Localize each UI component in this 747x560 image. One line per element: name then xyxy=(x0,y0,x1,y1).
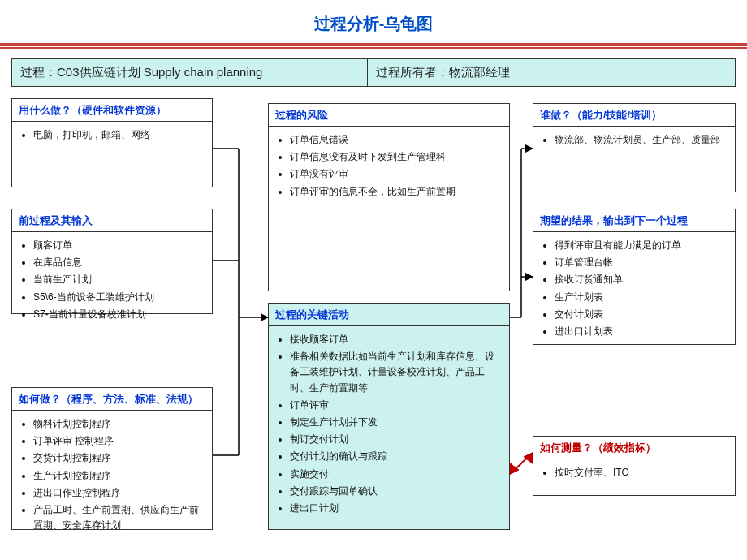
list-item: 制定生产计划并下发 xyxy=(290,414,503,431)
box-who: 谁做？（能力/技能/培训） 物流部、物流计划员、生产部、质量部 xyxy=(533,103,736,192)
list-item: 产品工时、生产前置期、供应商生产前置期、安全库存计划 xyxy=(33,502,205,534)
box-resources: 用什么做？（硬件和软件资源） 电脑，打印机，邮箱、网络 xyxy=(11,98,213,187)
list-item: 订单没有评审 xyxy=(290,166,503,183)
box-key-activities: 过程的关键活动 接收顾客订单准备相关数据比如当前生产计划和库存信息、设备工装维护… xyxy=(268,303,510,530)
page-title: 过程分析-乌龟图 xyxy=(0,0,747,45)
list-item: 接收订货通知单 xyxy=(555,271,728,288)
box-who-list: 物流部、物流计划员、生产部、质量部 xyxy=(533,127,735,155)
box-resources-list: 电脑，打印机，邮箱、网络 xyxy=(12,122,212,150)
list-item: 订单信息错误 xyxy=(290,131,503,149)
box-how-list: 物料计划控制程序订单评审 控制程序交货计划控制程序生产计划控制程序进出口作业控制… xyxy=(12,411,212,541)
box-output: 期望的结果，输出到下一个过程 得到评审且有能力满足的订单订单管理台帐接收订货通知… xyxy=(533,209,736,345)
box-output-list: 得到评审且有能力满足的订单订单管理台帐接收订货通知单生产计划表交付计划表进出口计… xyxy=(533,232,735,347)
list-item: 得到评审且有能力满足的订单 xyxy=(555,237,728,254)
list-item: 生产计划表 xyxy=(555,289,728,306)
box-who-title: 谁做？（能力/技能/培训） xyxy=(533,104,735,126)
owner-cell: 过程所有者：物流部经理 xyxy=(368,59,735,86)
box-inputs-list: 顾客订单在库品信息当前生产计划S5\6-当前设备工装维护计划S7-当前计量设备校… xyxy=(12,232,212,330)
list-item: 当前生产计划 xyxy=(33,271,205,288)
box-inputs: 前过程及其输入 顾客订单在库品信息当前生产计划S5\6-当前设备工装维护计划S7… xyxy=(11,209,213,314)
list-item: 交付计划表 xyxy=(555,306,728,323)
box-output-title: 期望的结果，输出到下一个过程 xyxy=(533,209,735,231)
box-key-title: 过程的关键活动 xyxy=(269,304,509,325)
list-item: 订单评审 控制程序 xyxy=(33,433,205,450)
list-item: 生产计划控制程序 xyxy=(33,467,205,485)
list-item: 电脑，打印机，邮箱、网络 xyxy=(33,127,205,144)
list-item: 在库品信息 xyxy=(33,254,205,271)
list-item: 进出口作业控制程序 xyxy=(33,485,205,502)
list-item: 顾客订单 xyxy=(33,237,205,254)
list-item: 交付跟踪与回单确认 xyxy=(290,483,503,500)
list-item: S5\6-当前设备工装维护计划 xyxy=(33,289,205,306)
list-item: 进出口计划表 xyxy=(555,323,728,340)
list-item: 订单管理台帐 xyxy=(555,254,728,271)
box-risk: 过程的风险 订单信息错误订单信息没有及时下发到生产管理科订单没有评审订单评审的信… xyxy=(268,103,510,291)
box-measure: 如何测量？（绩效指标） 按时交付率、ITO xyxy=(533,436,736,496)
list-item: 交货计划控制程序 xyxy=(33,450,205,467)
list-item: 订单评审的信息不全，比如生产前置期 xyxy=(290,183,503,200)
list-item: 进出口计划 xyxy=(290,500,503,517)
box-inputs-title: 前过程及其输入 xyxy=(12,209,212,231)
list-item: 接收顾客订单 xyxy=(290,331,503,348)
process-cell: 过程：C03供应链计划 Supply chain planning xyxy=(12,59,368,86)
box-risk-list: 订单信息错误订单信息没有及时下发到生产管理科订单没有评审订单评审的信息不全，比如… xyxy=(269,127,509,207)
list-item: 交付计划的确认与跟踪 xyxy=(290,448,503,465)
list-item: 物料计划控制程序 xyxy=(33,416,205,433)
list-item: 准备相关数据比如当前生产计划和库存信息、设备工装维护计划、计量设备校准计划、产品… xyxy=(290,348,503,397)
box-key-list: 接收顾客订单准备相关数据比如当前生产计划和库存信息、设备工装维护计划、计量设备校… xyxy=(269,326,509,523)
box-measure-title: 如何测量？（绩效指标） xyxy=(533,437,735,459)
box-how-title: 如何做？（程序、方法、标准、法规） xyxy=(12,388,212,410)
list-item: 制订交付计划 xyxy=(290,431,503,448)
list-item: 订单评审 xyxy=(290,397,503,414)
turtle-grid: 用什么做？（硬件和软件资源） 电脑，打印机，邮箱、网络 前过程及其输入 顾客订单… xyxy=(11,98,736,549)
list-item: 实施交付 xyxy=(290,466,503,483)
box-risk-title: 过程的风险 xyxy=(269,104,509,126)
box-how: 如何做？（程序、方法、标准、法规） 物料计划控制程序订单评审 控制程序交货计划控… xyxy=(11,387,213,530)
list-item: 按时交付率、ITO xyxy=(555,464,728,481)
box-resources-title: 用什么做？（硬件和软件资源） xyxy=(12,99,212,121)
list-item: 物流部、物流计划员、生产部、质量部 xyxy=(555,131,728,149)
title-divider xyxy=(0,45,747,47)
list-item: S7-当前计量设备校准计划 xyxy=(33,306,205,323)
list-item: 订单信息没有及时下发到生产管理科 xyxy=(290,149,503,166)
box-measure-list: 按时交付率、ITO xyxy=(533,459,735,488)
header-row: 过程：C03供应链计划 Supply chain planning 过程所有者：… xyxy=(11,58,736,87)
